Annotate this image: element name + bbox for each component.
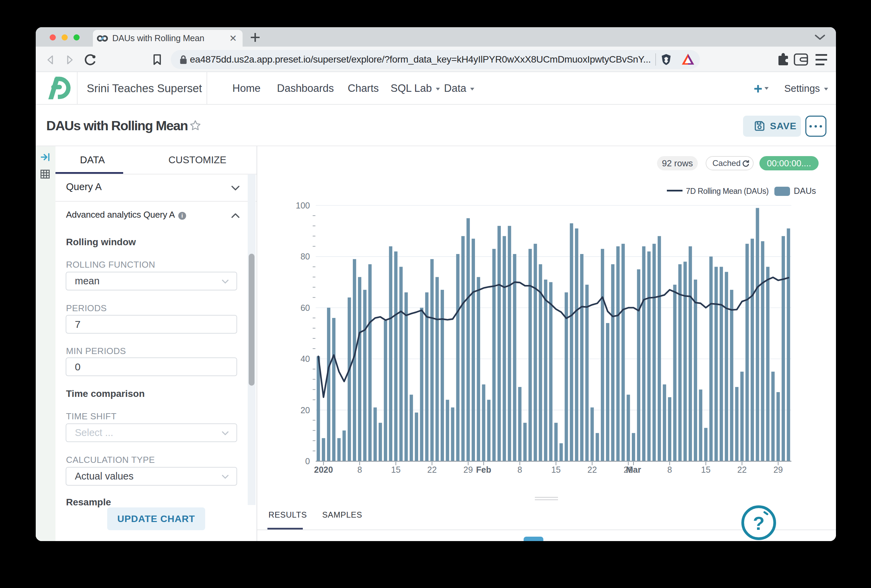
svg-text:60: 60 xyxy=(301,303,310,312)
svg-text:22: 22 xyxy=(737,465,747,475)
svg-text:15: 15 xyxy=(701,465,711,475)
svg-text:22: 22 xyxy=(587,465,597,475)
svg-text:80: 80 xyxy=(301,252,310,261)
svg-text:8: 8 xyxy=(357,465,362,475)
svg-text:8: 8 xyxy=(518,465,522,475)
svg-text:Mar: Mar xyxy=(626,465,641,475)
svg-text:29: 29 xyxy=(773,465,783,475)
svg-text:8: 8 xyxy=(667,465,672,475)
svg-text:Feb: Feb xyxy=(476,465,491,475)
svg-text:22: 22 xyxy=(427,465,437,475)
svg-text:100: 100 xyxy=(296,201,310,210)
svg-text:2020: 2020 xyxy=(314,465,333,475)
svg-text:15: 15 xyxy=(391,465,400,475)
svg-text:40: 40 xyxy=(301,354,310,364)
svg-text:0: 0 xyxy=(305,457,310,466)
svg-text:15: 15 xyxy=(551,465,561,475)
svg-text:29: 29 xyxy=(463,465,473,475)
svg-text:20: 20 xyxy=(301,405,310,415)
